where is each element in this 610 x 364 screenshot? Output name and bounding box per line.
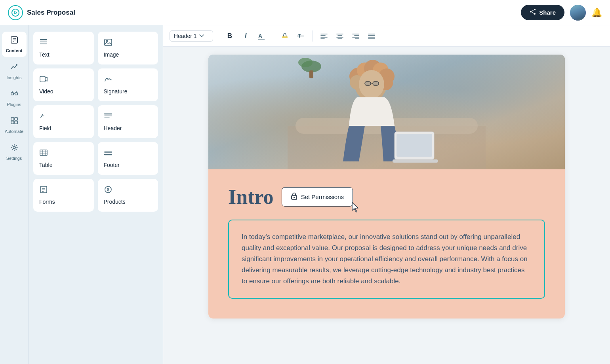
settings-icon: [10, 143, 19, 154]
hero-image: [208, 55, 565, 169]
svg-rect-11: [11, 93, 13, 95]
lock-icon: [291, 192, 297, 201]
sidebar-item-insights-label: Insights: [7, 75, 22, 80]
content-panel: Text Image Video Signature: [29, 25, 163, 364]
sidebar: Content Insights Plugins Automate Settin…: [0, 25, 29, 364]
footer-icon: [104, 149, 112, 159]
main-layout: Content Insights Plugins Automate Settin…: [0, 25, 610, 364]
svg-rect-48: [282, 36, 288, 38]
logo-icon: [8, 5, 23, 20]
forms-item-label: Forms: [39, 199, 55, 205]
intro-header: Intro Set Permissions: [228, 185, 545, 209]
toolbar-divider-1: [218, 30, 218, 42]
bold-button[interactable]: B: [223, 29, 236, 43]
svg-rect-12: [15, 93, 17, 95]
svg-rect-19: [15, 121, 17, 124]
svg-point-77: [359, 70, 384, 99]
svg-point-3: [534, 13, 536, 15]
set-permissions-label: Set Permissions: [301, 193, 344, 200]
notification-bell-icon[interactable]: 🔔: [591, 8, 602, 18]
text-icon: [39, 38, 48, 48]
content-item-field[interactable]: Field: [33, 105, 94, 138]
text-item-label: Text: [39, 51, 50, 58]
intro-title: Intro: [228, 185, 274, 209]
content-item-signature[interactable]: Signature: [98, 68, 158, 101]
svg-rect-78: [365, 82, 371, 85]
align-right-button[interactable]: [349, 29, 362, 43]
hero-figure-svg: [288, 55, 486, 169]
content-item-header[interactable]: Header: [98, 105, 158, 138]
video-item-label: Video: [39, 88, 53, 95]
content-item-forms[interactable]: Forms: [33, 179, 94, 212]
app-logo: Sales Proposal: [8, 5, 75, 20]
cursor-icon: [351, 202, 360, 213]
header-item-label: Header: [104, 125, 122, 131]
sidebar-item-content-label: Content: [6, 48, 23, 53]
svg-point-2: [530, 11, 532, 13]
content-item-image[interactable]: Image: [98, 32, 158, 64]
svg-point-1: [534, 9, 536, 10]
image-item-label: Image: [104, 51, 119, 58]
forms-icon: [39, 186, 48, 195]
text-content-box[interactable]: In today's competitive marketplace, our …: [228, 220, 545, 299]
body-text: In today's competitive marketplace, our …: [242, 231, 532, 287]
heading-select[interactable]: Header 1: [170, 30, 213, 42]
svg-line-4: [532, 10, 534, 11]
sidebar-item-content[interactable]: Content: [2, 32, 27, 57]
svg-rect-32: [40, 150, 47, 155]
table-item-label: Table: [39, 162, 52, 168]
editor-area: Header 1 B I A T: [163, 25, 610, 364]
align-left-button[interactable]: [317, 29, 331, 43]
svg-rect-79: [373, 82, 379, 85]
sidebar-item-settings-label: Settings: [6, 156, 22, 161]
svg-rect-18: [11, 121, 14, 124]
align-center-button[interactable]: [333, 29, 347, 43]
share-icon: [530, 8, 536, 17]
svg-line-5: [532, 12, 534, 14]
content-item-footer[interactable]: Footer: [98, 142, 158, 175]
products-icon: $: [104, 186, 112, 195]
svg-rect-86: [309, 70, 313, 78]
avatar-image: [570, 5, 586, 21]
avatar[interactable]: [570, 5, 586, 21]
svg-point-85: [298, 58, 313, 67]
svg-rect-16: [11, 118, 14, 120]
field-icon: [39, 112, 48, 122]
heading-select-label: Header 1: [174, 33, 197, 39]
svg-text:A: A: [258, 33, 262, 39]
svg-text:$: $: [107, 187, 109, 192]
justify-button[interactable]: [365, 29, 378, 43]
svg-rect-83: [393, 159, 438, 163]
share-button[interactable]: Share: [521, 5, 564, 20]
svg-rect-17: [15, 118, 17, 120]
highlight-button[interactable]: [278, 29, 292, 43]
content-items-grid: Text Image Video Signature: [33, 32, 158, 212]
set-permissions-button[interactable]: Set Permissions: [282, 187, 353, 207]
underline-button[interactable]: A: [255, 29, 268, 43]
content-item-text[interactable]: Text: [33, 32, 94, 64]
signature-item-label: Signature: [104, 88, 128, 95]
strikethrough-button[interactable]: T: [294, 29, 307, 43]
svg-point-10: [16, 64, 17, 66]
image-icon: [104, 38, 112, 48]
app-title: Sales Proposal: [27, 9, 75, 17]
content-item-table[interactable]: Table: [33, 142, 94, 175]
content-item-products[interactable]: $ Products: [98, 179, 158, 212]
share-label: Share: [539, 9, 556, 16]
italic-button[interactable]: I: [239, 29, 252, 43]
footer-item-label: Footer: [104, 162, 120, 168]
sidebar-item-automate-label: Automate: [5, 129, 23, 134]
sidebar-item-insights[interactable]: Insights: [2, 59, 27, 84]
content-item-video[interactable]: Video: [33, 68, 94, 101]
svg-point-25: [106, 40, 108, 42]
sidebar-item-automate[interactable]: Automate: [2, 112, 27, 138]
svg-rect-24: [105, 39, 112, 46]
insights-icon: [10, 63, 19, 74]
sidebar-item-plugins[interactable]: Plugins: [2, 85, 27, 111]
sidebar-item-settings[interactable]: Settings: [2, 139, 27, 165]
header-icon: [104, 112, 112, 122]
sidebar-item-plugins-label: Plugins: [7, 102, 21, 107]
svg-point-20: [13, 146, 15, 149]
signature-icon: [104, 75, 112, 85]
svg-point-88: [294, 197, 295, 198]
